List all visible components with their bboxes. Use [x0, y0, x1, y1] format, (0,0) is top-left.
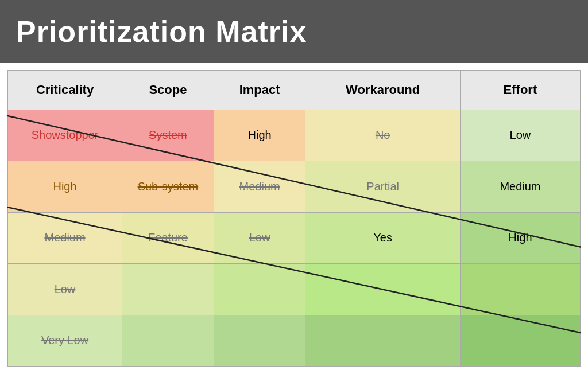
cell-low-scope — [122, 264, 214, 315]
cell-low-impact — [214, 264, 305, 315]
page-title: Prioritization Matrix — [16, 14, 307, 49]
table-row: Medium Feature Low Yes High — [7, 212, 581, 264]
col-header-impact: Impact — [214, 71, 305, 110]
cell-verylow-criticality: Very Low — [7, 315, 122, 367]
cell-low-effort — [460, 264, 581, 315]
table-container: Criticality Scope Impact Workaround Effo… — [7, 70, 581, 367]
cell-verylow-effort — [460, 315, 581, 367]
table-row: Showstopper System High No Low — [7, 110, 581, 161]
table-row: Low — [7, 264, 581, 315]
cell-medium-workaround: Yes — [305, 212, 460, 264]
cell-high-impact: Medium — [214, 161, 305, 213]
cell-low-criticality: Low — [7, 264, 122, 315]
col-header-effort: Effort — [460, 71, 581, 110]
cell-verylow-impact — [214, 315, 305, 367]
cell-high-criticality: High — [7, 161, 122, 213]
col-header-criticality: Criticality — [7, 71, 122, 110]
cell-high-effort: Medium — [460, 161, 581, 213]
cell-showstopper-effort: Low — [460, 110, 581, 161]
cell-showstopper-scope: System — [122, 110, 214, 161]
table-row: High Sub-system Medium Partial Medium — [7, 161, 581, 213]
cell-showstopper-impact: High — [214, 110, 305, 161]
col-header-scope: Scope — [122, 71, 214, 110]
header-row: Criticality Scope Impact Workaround Effo… — [7, 71, 581, 110]
cell-medium-scope: Feature — [122, 212, 214, 264]
cell-medium-criticality: Medium — [7, 212, 122, 264]
cell-verylow-workaround — [305, 315, 460, 367]
page-header: Prioritization Matrix — [0, 0, 588, 63]
cell-high-scope: Sub-system — [122, 161, 214, 213]
cell-verylow-scope — [122, 315, 214, 367]
cell-medium-impact: Low — [214, 212, 305, 264]
cell-medium-effort: High — [460, 212, 581, 264]
col-header-workaround: Workaround — [305, 71, 460, 110]
cell-showstopper-criticality: Showstopper — [7, 110, 122, 161]
table-row: Very Low — [7, 315, 581, 367]
cell-showstopper-workaround: No — [305, 110, 460, 161]
prioritization-matrix: Criticality Scope Impact Workaround Effo… — [7, 70, 581, 367]
cell-low-workaround — [305, 264, 460, 315]
matrix-wrapper: Criticality Scope Impact Workaround Effo… — [0, 63, 588, 374]
cell-high-workaround: Partial — [305, 161, 460, 213]
